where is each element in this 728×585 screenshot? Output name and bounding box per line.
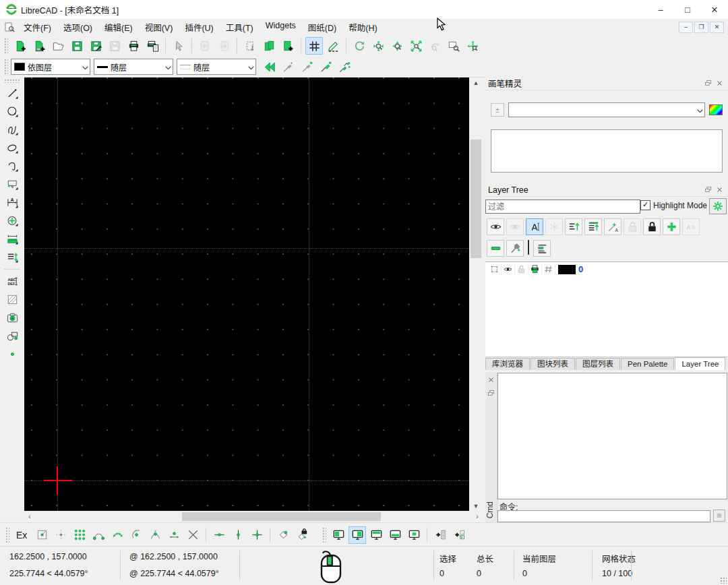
point-tool-button[interactable] <box>3 345 22 363</box>
resize-grip[interactable] <box>720 577 727 584</box>
image-tool-button[interactable] <box>3 309 22 327</box>
menu-plugins[interactable]: 插件(U) <box>179 19 219 36</box>
add-toolbar-button[interactable] <box>431 526 449 544</box>
layer-tools-button[interactable] <box>506 240 524 257</box>
layer-tree-float-button[interactable] <box>702 185 714 195</box>
scroll-down-arrow[interactable]: ▼ <box>469 501 483 511</box>
menu-tools[interactable]: 工具(T) <box>220 19 260 36</box>
layer-tree-settings-button[interactable] <box>709 198 727 214</box>
undo-button[interactable] <box>196 37 214 55</box>
layer-visibility-icon[interactable] <box>502 264 515 275</box>
circle-tools-button[interactable] <box>3 102 22 121</box>
snap-middle-button[interactable] <box>146 526 164 544</box>
redraw-button[interactable] <box>351 37 368 55</box>
block-tools-button[interactable] <box>3 327 22 345</box>
snap-center-button[interactable] <box>127 526 145 544</box>
apply-pen-button[interactable] <box>317 58 334 75</box>
restrict-orthogonal-button[interactable] <box>248 526 266 544</box>
menu-options[interactable]: 选项(O) <box>57 19 98 36</box>
menu-widgets[interactable]: Widgets <box>260 19 302 36</box>
print-preview-button[interactable] <box>144 37 161 55</box>
menu-drawings[interactable]: 图纸(D) <box>302 19 342 36</box>
scroll-right-arrow[interactable]: › <box>472 511 483 522</box>
set-relative-zero-button[interactable] <box>274 526 292 544</box>
pen-wizard-combobox[interactable] <box>508 102 705 117</box>
zoom-previous-button[interactable] <box>426 37 444 55</box>
dock-area-floating-button[interactable] <box>405 526 423 544</box>
zoom-window-button[interactable] <box>445 37 462 55</box>
apply-pen-attributes-button[interactable] <box>336 58 353 75</box>
pen-color-picker-button[interactable] <box>709 104 723 115</box>
horizontal-scroll-thumb[interactable] <box>182 512 381 521</box>
show-all-layers-button[interactable] <box>487 218 504 235</box>
minimize-button[interactable]: – <box>647 0 674 19</box>
scroll-up-arrow[interactable]: ▲ <box>469 78 483 88</box>
line-type-combobox[interactable]: 随层 <box>177 59 256 75</box>
close-button[interactable]: ✕ <box>701 0 728 19</box>
layer-print-icon[interactable] <box>528 264 542 275</box>
layer-color-swatch[interactable] <box>558 265 576 274</box>
hide-all-layers-button[interactable] <box>506 218 524 235</box>
dock-area-top-button[interactable] <box>367 526 385 544</box>
restrict-horizontal-button[interactable] <box>210 526 228 544</box>
dock-area-right-button[interactable] <box>348 526 366 544</box>
line-tools-button[interactable] <box>3 84 22 102</box>
snap-grid-button[interactable] <box>52 526 69 544</box>
command-close-button[interactable] <box>485 374 497 385</box>
layer-construction-icon[interactable] <box>542 264 555 275</box>
dock-area-left-button[interactable] <box>330 526 347 544</box>
scroll-left-arrow[interactable]: ‹ <box>24 511 35 522</box>
move-layer-top-button[interactable] <box>584 218 602 235</box>
layer-row[interactable]: 0 <box>485 262 728 276</box>
snap-intersection-button[interactable] <box>184 526 202 544</box>
mdi-close-button[interactable]: ✕ <box>710 22 724 33</box>
modify-tools-button[interactable] <box>3 212 22 230</box>
match-layers-button[interactable]: A <box>604 218 621 235</box>
layer-select-icon[interactable] <box>488 264 502 275</box>
order-tools-button[interactable] <box>3 248 22 266</box>
new-from-template-button[interactable] <box>30 37 48 55</box>
mdi-minimize-button[interactable]: – <box>679 22 693 33</box>
command-options-button[interactable] <box>713 510 725 522</box>
pen-wizard-float-button[interactable] <box>702 78 714 88</box>
tab-library-browser[interactable]: 库浏览器 <box>485 358 530 370</box>
new-document-button[interactable] <box>11 37 29 55</box>
snap-on-entity-button[interactable] <box>109 526 126 544</box>
command-history[interactable] <box>497 373 727 499</box>
maximize-button[interactable]: □ <box>674 0 701 19</box>
tab-pen-palette[interactable]: Pen Palette <box>621 358 674 370</box>
save-button[interactable] <box>68 37 86 55</box>
flatten-tree-button[interactable] <box>533 240 551 257</box>
command-input[interactable] <box>497 510 710 522</box>
unlock-layers-button[interactable] <box>624 218 641 235</box>
back-button[interactable] <box>260 58 278 75</box>
pen-wizard-updown-button[interactable]: ± <box>491 103 504 117</box>
vertical-scroll-thumb[interactable] <box>471 140 481 258</box>
move-layer-up-button[interactable] <box>565 218 582 235</box>
highlight-mode-checkbox[interactable]: ✓ <box>640 200 650 210</box>
command-float-button[interactable] <box>485 388 497 398</box>
menu-view[interactable]: 视图(V) <box>139 19 179 36</box>
horizontal-scrollbar[interactable]: ‹ › <box>24 511 483 522</box>
menu-help[interactable]: 帮助(H) <box>342 19 383 36</box>
open-button[interactable] <box>49 37 67 55</box>
menu-edit[interactable]: 编辑(E) <box>98 19 139 36</box>
zoom-pan-button[interactable] <box>464 37 481 55</box>
layer-name[interactable]: 0 <box>578 264 583 274</box>
rename-layer-button[interactable]: Aa <box>682 218 700 235</box>
pen-wizard-close-button[interactable] <box>714 78 725 88</box>
add-layer-button[interactable] <box>663 218 680 235</box>
mtext-tool-button[interactable]: ABCDEF <box>3 272 22 290</box>
mdi-restore-button[interactable]: ❐ <box>694 22 708 33</box>
curve-tools-button[interactable] <box>3 121 22 139</box>
lock-layers-button[interactable] <box>643 218 661 235</box>
select-tools-button[interactable] <box>3 175 22 193</box>
snap-grid-points-button[interactable] <box>71 526 88 544</box>
redo-button[interactable] <box>215 37 233 55</box>
select-pointer-button[interactable] <box>170 37 187 55</box>
restrict-vertical-button[interactable] <box>229 526 247 544</box>
snap-free-button[interactable] <box>33 526 51 544</box>
lock-relative-zero-button[interactable] <box>293 526 311 544</box>
layer-filter-input[interactable] <box>485 199 640 214</box>
pick-pen-attributes-button[interactable] <box>298 58 315 75</box>
